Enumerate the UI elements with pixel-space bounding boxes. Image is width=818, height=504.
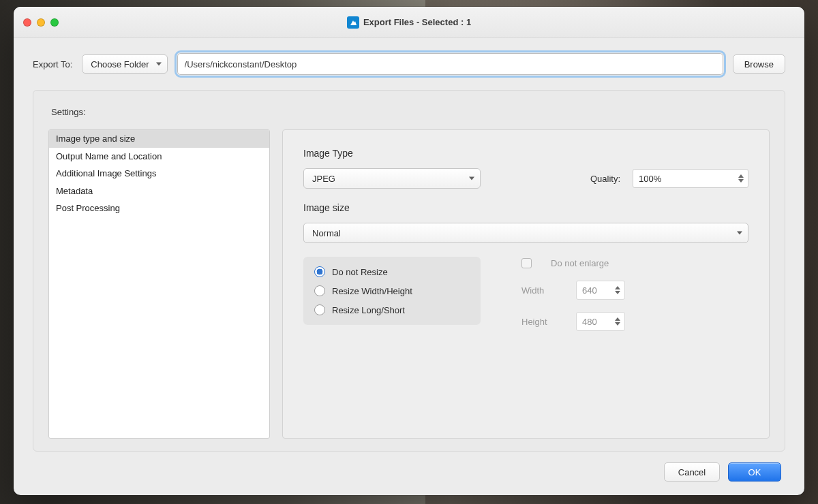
stepper-arrows[interactable] bbox=[736, 171, 746, 186]
radio-icon bbox=[314, 266, 325, 277]
image-size-select[interactable]: Normal bbox=[303, 223, 748, 243]
app-icon bbox=[347, 16, 359, 29]
width-stepper[interactable]: 640 bbox=[576, 281, 625, 300]
image-size-value: Normal bbox=[312, 228, 341, 238]
titlebar: Export Files - Selected : 1 bbox=[14, 7, 804, 38]
cancel-button[interactable]: Cancel bbox=[664, 462, 720, 482]
radio-icon bbox=[314, 285, 325, 296]
dialog-body: Export To: Choose Folder Browse Settings… bbox=[14, 38, 804, 495]
radio-label: Do not Resize bbox=[332, 267, 388, 277]
window-controls bbox=[23, 18, 59, 27]
do-not-enlarge-checkbox[interactable] bbox=[521, 258, 532, 268]
quality-stepper[interactable]: 100% bbox=[633, 169, 748, 188]
height-stepper[interactable]: 480 bbox=[576, 312, 625, 331]
stepper-arrows[interactable] bbox=[612, 314, 623, 329]
radio-resize-width-height[interactable]: Resize Width/Height bbox=[314, 285, 463, 296]
do-not-enlarge-label: Do not enlarge bbox=[551, 258, 609, 268]
height-value: 480 bbox=[582, 317, 597, 327]
choose-folder-value: Choose Folder bbox=[91, 59, 149, 69]
height-label: Height bbox=[521, 317, 562, 327]
chevron-down-icon bbox=[615, 291, 620, 294]
radio-resize-long-short[interactable]: Resize Long/Short bbox=[314, 304, 463, 315]
settings-panel: Settings: Image type and size Output Nam… bbox=[33, 90, 785, 452]
zoom-icon[interactable] bbox=[50, 18, 59, 27]
image-type-value: JPEG bbox=[312, 174, 335, 184]
chevron-up-icon bbox=[615, 317, 620, 321]
image-type-select[interactable]: JPEG bbox=[303, 168, 481, 189]
export-to-row: Export To: Choose Folder Browse bbox=[33, 53, 785, 75]
settings-item-additional-image-settings[interactable]: Additional Image Settings bbox=[49, 165, 269, 183]
chevron-down-icon bbox=[156, 63, 162, 66]
browse-button[interactable]: Browse bbox=[733, 54, 785, 74]
settings-heading: Settings: bbox=[51, 107, 770, 117]
radio-label: Resize Long/Short bbox=[332, 305, 405, 315]
settings-item-image-type-and-size[interactable]: Image type and size bbox=[49, 130, 269, 148]
export-path-input[interactable] bbox=[177, 53, 723, 75]
window-title: Export Files - Selected : 1 bbox=[14, 16, 804, 29]
settings-item-post-processing[interactable]: Post Processing bbox=[49, 200, 269, 217]
chevron-down-icon bbox=[469, 177, 474, 180]
minimize-icon[interactable] bbox=[37, 18, 45, 27]
radio-icon bbox=[314, 304, 325, 315]
chevron-down-icon bbox=[738, 179, 744, 183]
resize-radio-group: Do not Resize Resize Width/Height Resize… bbox=[303, 257, 481, 325]
settings-split: Image type and size Output Name and Loca… bbox=[48, 129, 770, 439]
image-size-label: Image size bbox=[303, 202, 748, 213]
chevron-up-icon bbox=[615, 286, 620, 289]
width-value: 640 bbox=[582, 285, 597, 296]
choose-folder-combo[interactable]: Choose Folder bbox=[82, 54, 167, 74]
width-line: Width 640 bbox=[521, 281, 625, 300]
settings-category-list[interactable]: Image type and size Output Name and Loca… bbox=[48, 129, 270, 439]
chevron-down-icon bbox=[615, 322, 620, 326]
dimension-controls: Do not enlarge Width 640 bbox=[521, 258, 625, 331]
settings-item-metadata[interactable]: Metadata bbox=[49, 183, 269, 200]
chevron-up-icon bbox=[738, 174, 744, 178]
quality-label: Quality: bbox=[590, 174, 620, 184]
image-type-row: JPEG Quality: 100% bbox=[303, 168, 748, 189]
resize-options: Do not Resize Resize Width/Height Resize… bbox=[303, 257, 748, 331]
export-to-label: Export To: bbox=[33, 59, 72, 69]
chevron-down-icon bbox=[737, 232, 742, 235]
width-label: Width bbox=[521, 285, 562, 296]
image-type-label: Image Type bbox=[303, 148, 748, 159]
close-icon[interactable] bbox=[23, 18, 31, 27]
height-line: Height 480 bbox=[521, 312, 625, 331]
settings-detail-panel: Image Type JPEG Quality: 100% bbox=[282, 129, 770, 439]
stepper-arrows[interactable] bbox=[612, 283, 623, 298]
quality-value: 100% bbox=[639, 174, 661, 184]
dialog-footer: Cancel OK bbox=[33, 452, 785, 483]
window-title-text: Export Files - Selected : 1 bbox=[363, 17, 471, 27]
image-size-row: Normal bbox=[303, 223, 748, 243]
radio-label: Resize Width/Height bbox=[332, 286, 412, 296]
settings-item-output-name-location[interactable]: Output Name and Location bbox=[49, 148, 269, 166]
ok-button[interactable]: OK bbox=[728, 462, 781, 482]
do-not-enlarge-line: Do not enlarge bbox=[521, 258, 625, 268]
radio-do-not-resize[interactable]: Do not Resize bbox=[314, 266, 463, 277]
export-dialog: Export Files - Selected : 1 Export To: C… bbox=[14, 7, 804, 495]
